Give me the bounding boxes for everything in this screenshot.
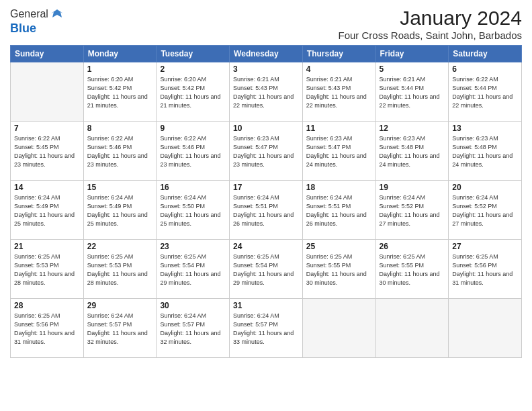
- month-title: January 2024: [339, 7, 522, 30]
- calendar-day-cell: 28Sunrise: 6:25 AMSunset: 5:56 PMDayligh…: [11, 299, 84, 358]
- day-info: Sunrise: 6:25 AMSunset: 5:53 PMDaylight:…: [14, 253, 80, 287]
- day-number: 5: [380, 64, 445, 74]
- logo-bird-icon: [50, 7, 64, 21]
- day-number: 7: [14, 124, 80, 133]
- calendar-day-cell: 11Sunrise: 6:23 AMSunset: 5:47 PMDayligh…: [302, 122, 375, 181]
- calendar-day-cell: 6Sunrise: 6:22 AMSunset: 5:44 PMDaylight…: [449, 62, 522, 122]
- day-number: 15: [87, 183, 153, 192]
- day-info: Sunrise: 6:25 AMSunset: 5:54 PMDaylight:…: [160, 253, 226, 287]
- calendar-week-row: 14Sunrise: 6:24 AMSunset: 5:49 PMDayligh…: [11, 181, 522, 240]
- calendar-day-cell: 31Sunrise: 6:24 AMSunset: 5:57 PMDayligh…: [230, 299, 303, 358]
- calendar-table: SundayMondayTuesdayWednesdayThursdayFrid…: [10, 45, 522, 358]
- calendar-day-cell: [375, 299, 449, 358]
- calendar-day-cell: 27Sunrise: 6:25 AMSunset: 5:56 PMDayligh…: [449, 240, 522, 299]
- day-info: Sunrise: 6:20 AMSunset: 5:42 PMDaylight:…: [87, 75, 153, 110]
- day-number: 19: [380, 183, 445, 192]
- day-info: Sunrise: 6:24 AMSunset: 5:57 PMDaylight:…: [87, 312, 153, 347]
- day-number: 31: [233, 301, 299, 310]
- calendar-day-cell: 13Sunrise: 6:23 AMSunset: 5:48 PMDayligh…: [449, 122, 522, 181]
- day-info: Sunrise: 6:23 AMSunset: 5:48 PMDaylight:…: [380, 134, 445, 169]
- calendar-day-cell: 21Sunrise: 6:25 AMSunset: 5:53 PMDayligh…: [11, 240, 84, 299]
- calendar-day-cell: 17Sunrise: 6:24 AMSunset: 5:51 PMDayligh…: [230, 181, 303, 240]
- weekday-header-cell: Wednesday: [230, 46, 303, 62]
- calendar-day-cell: [11, 62, 84, 122]
- calendar-day-cell: [449, 299, 522, 358]
- weekday-header-cell: Sunday: [11, 46, 84, 62]
- day-number: 28: [14, 301, 80, 310]
- weekday-header-cell: Friday: [375, 46, 449, 62]
- calendar-day-cell: 22Sunrise: 6:25 AMSunset: 5:53 PMDayligh…: [83, 240, 157, 299]
- day-number: 30: [160, 301, 226, 310]
- day-info: Sunrise: 6:22 AMSunset: 5:46 PMDaylight:…: [160, 134, 226, 169]
- day-info: Sunrise: 6:24 AMSunset: 5:57 PMDaylight:…: [233, 312, 299, 347]
- day-info: Sunrise: 6:21 AMSunset: 5:44 PMDaylight:…: [380, 75, 445, 110]
- header: General Blue January 2024 Four Cross Roa…: [10, 7, 522, 41]
- calendar-day-cell: 3Sunrise: 6:21 AMSunset: 5:43 PMDaylight…: [230, 62, 303, 122]
- day-number: 4: [306, 64, 372, 74]
- day-info: Sunrise: 6:24 AMSunset: 5:49 PMDaylight:…: [14, 193, 80, 228]
- logo-general-text: General: [10, 8, 48, 20]
- day-number: 24: [233, 242, 299, 251]
- calendar-day-cell: 4Sunrise: 6:21 AMSunset: 5:43 PMDaylight…: [302, 62, 375, 122]
- day-number: 17: [233, 183, 299, 192]
- weekday-header-cell: Saturday: [449, 46, 522, 62]
- day-number: 9: [160, 124, 226, 133]
- day-info: Sunrise: 6:22 AMSunset: 5:44 PMDaylight:…: [452, 75, 518, 110]
- day-number: 18: [306, 183, 372, 192]
- svg-marker-0: [51, 9, 63, 17]
- calendar-week-row: 7Sunrise: 6:22 AMSunset: 5:45 PMDaylight…: [11, 122, 522, 181]
- day-number: 26: [380, 242, 445, 251]
- day-number: 6: [452, 64, 518, 74]
- calendar-day-cell: 1Sunrise: 6:20 AMSunset: 5:42 PMDaylight…: [83, 62, 157, 122]
- calendar-day-cell: 26Sunrise: 6:25 AMSunset: 5:55 PMDayligh…: [375, 240, 449, 299]
- calendar-day-cell: 5Sunrise: 6:21 AMSunset: 5:44 PMDaylight…: [375, 62, 449, 122]
- day-info: Sunrise: 6:24 AMSunset: 5:57 PMDaylight:…: [160, 312, 226, 347]
- calendar-day-cell: 30Sunrise: 6:24 AMSunset: 5:57 PMDayligh…: [157, 299, 230, 358]
- calendar-day-cell: 15Sunrise: 6:24 AMSunset: 5:49 PMDayligh…: [83, 181, 157, 240]
- calendar-day-cell: 9Sunrise: 6:22 AMSunset: 5:46 PMDaylight…: [157, 122, 230, 181]
- day-info: Sunrise: 6:24 AMSunset: 5:52 PMDaylight:…: [452, 193, 518, 228]
- day-info: Sunrise: 6:22 AMSunset: 5:46 PMDaylight:…: [87, 134, 153, 169]
- page: General Blue January 2024 Four Cross Roa…: [0, 0, 532, 411]
- calendar-week-row: 1Sunrise: 6:20 AMSunset: 5:42 PMDaylight…: [11, 62, 522, 122]
- location-text: Four Cross Roads, Saint John, Barbados: [339, 30, 522, 41]
- day-number: 10: [233, 124, 299, 133]
- calendar-day-cell: 25Sunrise: 6:25 AMSunset: 5:55 PMDayligh…: [302, 240, 375, 299]
- day-number: 23: [160, 242, 226, 251]
- day-info: Sunrise: 6:23 AMSunset: 5:48 PMDaylight:…: [452, 134, 518, 169]
- day-number: 20: [452, 183, 518, 192]
- day-info: Sunrise: 6:20 AMSunset: 5:42 PMDaylight:…: [160, 75, 226, 110]
- calendar-day-cell: 18Sunrise: 6:24 AMSunset: 5:51 PMDayligh…: [302, 181, 375, 240]
- calendar-day-cell: [302, 299, 375, 358]
- day-number: 11: [306, 124, 372, 133]
- logo-blue-text: Blue: [10, 21, 36, 35]
- calendar-week-row: 28Sunrise: 6:25 AMSunset: 5:56 PMDayligh…: [11, 299, 522, 358]
- day-number: 29: [87, 301, 153, 310]
- calendar-day-cell: 8Sunrise: 6:22 AMSunset: 5:46 PMDaylight…: [83, 122, 157, 181]
- day-number: 8: [87, 124, 153, 133]
- calendar-week-row: 21Sunrise: 6:25 AMSunset: 5:53 PMDayligh…: [11, 240, 522, 299]
- day-number: 14: [14, 183, 80, 192]
- day-number: 12: [380, 124, 445, 133]
- day-number: 21: [14, 242, 80, 251]
- day-info: Sunrise: 6:25 AMSunset: 5:55 PMDaylight:…: [306, 253, 372, 287]
- day-info: Sunrise: 6:25 AMSunset: 5:56 PMDaylight:…: [14, 312, 80, 347]
- day-info: Sunrise: 6:24 AMSunset: 5:51 PMDaylight:…: [306, 193, 372, 228]
- day-info: Sunrise: 6:24 AMSunset: 5:52 PMDaylight:…: [380, 193, 445, 228]
- weekday-header-row: SundayMondayTuesdayWednesdayThursdayFrid…: [11, 46, 522, 62]
- day-info: Sunrise: 6:24 AMSunset: 5:51 PMDaylight:…: [233, 193, 299, 228]
- calendar-body: 1Sunrise: 6:20 AMSunset: 5:42 PMDaylight…: [11, 62, 522, 358]
- calendar-day-cell: 7Sunrise: 6:22 AMSunset: 5:45 PMDaylight…: [11, 122, 84, 181]
- logo: General Blue: [10, 7, 64, 36]
- day-info: Sunrise: 6:24 AMSunset: 5:50 PMDaylight:…: [160, 193, 226, 228]
- calendar-day-cell: 23Sunrise: 6:25 AMSunset: 5:54 PMDayligh…: [157, 240, 230, 299]
- day-info: Sunrise: 6:23 AMSunset: 5:47 PMDaylight:…: [233, 134, 299, 169]
- day-info: Sunrise: 6:23 AMSunset: 5:47 PMDaylight:…: [306, 134, 372, 169]
- day-number: 3: [233, 64, 299, 74]
- day-info: Sunrise: 6:24 AMSunset: 5:49 PMDaylight:…: [87, 193, 153, 228]
- calendar-day-cell: 2Sunrise: 6:20 AMSunset: 5:42 PMDaylight…: [157, 62, 230, 122]
- weekday-header-cell: Thursday: [302, 46, 375, 62]
- day-number: 1: [87, 64, 153, 74]
- day-info: Sunrise: 6:21 AMSunset: 5:43 PMDaylight:…: [306, 75, 372, 110]
- calendar-day-cell: 29Sunrise: 6:24 AMSunset: 5:57 PMDayligh…: [83, 299, 157, 358]
